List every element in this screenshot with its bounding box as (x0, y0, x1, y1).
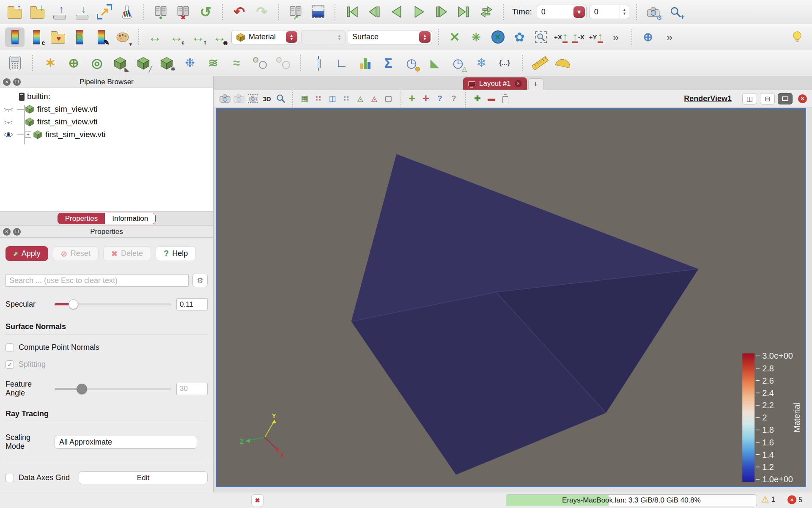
select-points-on-surface-button[interactable]: ∷ (312, 93, 325, 104)
connect-server-button[interactable]: ● (151, 2, 170, 22)
temporal-interpolator-button[interactable]: ❄ (472, 53, 491, 73)
select-frustum-points-button[interactable]: ∷ (340, 93, 353, 104)
hover-cells-tooltip-button[interactable]: ? (433, 93, 446, 104)
sphere-glyph-filter-button[interactable]: ❉ (180, 53, 200, 73)
feature-angle-slider[interactable] (55, 388, 171, 390)
undo-button[interactable]: ↶ (230, 2, 249, 22)
plot-selection-over-time-button[interactable]: ◣ (425, 53, 444, 73)
close-view-button[interactable]: ✕ (798, 94, 807, 103)
edit-camera-button[interactable] (219, 93, 231, 104)
choose-color-preset-button[interactable]: ✎ (91, 27, 111, 47)
zoom-to-data-button[interactable]: ↗ (95, 2, 114, 22)
hover-points-tooltip-button[interactable]: ? (447, 93, 460, 104)
visibility-off-eye-icon[interactable] (0, 106, 17, 113)
extract-cells-filter-button[interactable]: ✱ (157, 53, 176, 73)
interactive-select-cells-button[interactable]: ✛ (406, 93, 418, 104)
specular-slider[interactable] (55, 303, 171, 305)
zoom-to-box-button[interactable] (531, 27, 551, 47)
glyph-filter-button[interactable]: ✶ (41, 53, 60, 73)
zoom-to-data-camera-button[interactable]: ✳ (466, 27, 486, 47)
compute-point-normals-checkbox[interactable] (5, 343, 14, 352)
ruler-source-button[interactable] (530, 53, 550, 73)
representation-combo[interactable]: Surface▲▼ (348, 30, 432, 44)
disconnect-server-button[interactable]: ✖ (173, 2, 193, 22)
capture-screenshot-button[interactable] (247, 93, 259, 104)
toggle-2d-3d-button[interactable]: 3D (261, 93, 273, 104)
loop-button[interactable] (477, 2, 496, 22)
warnings-badge[interactable]: ⚠1 (761, 495, 775, 504)
time-value-combo[interactable]: 0▼ (537, 5, 587, 19)
color-legend[interactable]: 3.0e+002.82.62.42.221.81.61.41.21.0e+00 … (742, 351, 801, 484)
zoom-window-button[interactable]: + (666, 2, 686, 22)
stream-tracer-filter-button[interactable]: ≋ (203, 53, 223, 73)
specular-value-input[interactable] (176, 298, 208, 310)
group-datasets-filter-button[interactable] (250, 53, 269, 73)
use-separate-color-map-button[interactable] (70, 27, 89, 47)
split-horizontal-button[interactable]: ◫ (742, 93, 757, 104)
undock-properties-panel-button[interactable]: ❐ (13, 228, 21, 236)
integrate-variables-button[interactable]: Σ (379, 53, 398, 73)
last-frame-button[interactable] (454, 2, 474, 22)
select-block-button[interactable]: ▢ (382, 93, 395, 104)
feature-angle-value-input[interactable] (176, 383, 208, 395)
time-index-spinner[interactable]: 0▲▼ (590, 5, 629, 19)
catalyst-connect-button[interactable]: ↗ (286, 2, 305, 22)
extract-block-filter-button[interactable] (273, 53, 293, 73)
pipeline-item[interactable]: first_sim_view.vti (0, 103, 213, 115)
histogram-button[interactable] (355, 53, 375, 73)
visibility-off-eye-icon[interactable] (0, 119, 17, 125)
adjust-camera-button[interactable]: ⚙ (644, 2, 663, 22)
probe-location-button[interactable] (309, 53, 328, 73)
center-axes-visibility-button[interactable]: ⊕ (638, 27, 658, 47)
tab-information[interactable]: Information (105, 213, 155, 224)
axes-toolbar-overflow-button[interactable]: » (660, 27, 679, 47)
open-file-button[interactable]: ↑ (5, 2, 25, 22)
play-button[interactable] (409, 2, 429, 22)
data-axes-grid-checkbox[interactable] (5, 474, 14, 482)
select-polygon-cells-button[interactable]: ◬ (354, 93, 367, 104)
previous-frame-button[interactable] (365, 2, 384, 22)
errors-badge[interactable]: ✕5 (787, 495, 802, 504)
catalyst-export-inspector-button[interactable] (308, 2, 328, 22)
warp-by-vector-filter-button[interactable]: ≈ (227, 53, 246, 73)
close-pipeline-panel-button[interactable]: ✕ (3, 78, 11, 86)
set-view-minus-x-button[interactable]: ↑-X (571, 27, 586, 47)
delete-button[interactable]: ✖Delete (103, 246, 151, 261)
set-view-plus-x-button[interactable]: +X↑ (553, 27, 569, 47)
splitting-checkbox[interactable] (5, 360, 14, 369)
render-view-name[interactable]: RenderView1 (684, 94, 732, 103)
point-interpolator-filter-button[interactable]: ⊕ (64, 53, 83, 73)
protractor-source-button[interactable] (554, 53, 573, 73)
close-properties-panel-button[interactable]: ✕ (3, 228, 11, 236)
select-cells-on-surface-button[interactable]: ▦ (298, 93, 311, 104)
component-combo[interactable]: ▲▼ (301, 30, 346, 44)
add-layout-tab-button[interactable]: + (528, 78, 543, 90)
layout-tab[interactable]: Layout #1 ✕ (463, 77, 527, 90)
color-map-favorites-button[interactable]: ♥ (48, 27, 68, 47)
redo-button[interactable]: ↷ (252, 2, 272, 22)
abort-progress-button[interactable]: ✖ (251, 494, 263, 506)
memory-inspector-field[interactable]: Erays-MacBook.lan: 3.3 GiB/8.0 GiB 40.8% (506, 494, 757, 506)
toggle-color-legend-button[interactable] (5, 27, 25, 47)
clip-filter-button[interactable]: ◣ (110, 53, 130, 73)
reset-camera-closest-button[interactable]: ✕ (488, 27, 508, 47)
rescale-to-data-range-button[interactable]: ↔ (145, 27, 165, 47)
preview-layout-button[interactable] (778, 93, 793, 104)
python-annotation-button[interactable]: {...} (495, 53, 514, 73)
pipeline-tree[interactable]: builtin:first_sim_view.vtifirst_sim_view… (0, 88, 213, 211)
close-layout-icon[interactable]: ✕ (515, 80, 522, 87)
pipeline-item[interactable]: first_sim_view.vti (0, 115, 213, 128)
plot-over-line-button[interactable]: ∟ (332, 53, 351, 73)
edit-color-map-button[interactable]: e (27, 27, 46, 47)
select-polygon-points-button[interactable]: ◬ (368, 93, 381, 104)
shrink-selection-button[interactable]: ▬ (485, 93, 498, 104)
camera-toolbar-overflow-button[interactable]: » (606, 27, 625, 47)
visibility-on-eye-icon[interactable] (0, 132, 17, 138)
contour-filter-button[interactable]: ◎ (87, 53, 107, 73)
light-kit-button[interactable] (787, 27, 807, 47)
pipeline-item[interactable]: +first_sim_view.vti (0, 128, 213, 141)
next-frame-button[interactable] (432, 2, 451, 22)
render-viewport[interactable]: Y Z X 3.0e+002.82.62.42.221.81.61.41.21.… (216, 108, 806, 487)
calculator-filter-button[interactable] (5, 53, 25, 73)
rescale-to-temporal-range-button[interactable]: ↔t (188, 27, 208, 47)
